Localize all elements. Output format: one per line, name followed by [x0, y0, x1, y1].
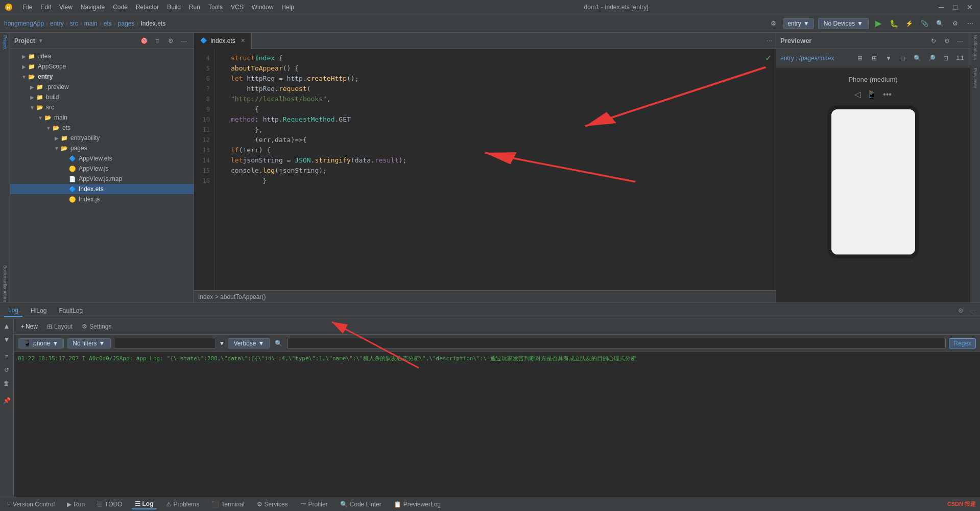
tree-item-entry[interactable]: ▼ 📂 entry	[10, 72, 194, 82]
bookmarks-icon[interactable]: Bookmarks	[1, 269, 10, 284]
menu-tools[interactable]: Tools	[205, 3, 226, 12]
project-locate-icon[interactable]: 🎯	[138, 35, 150, 47]
tree-item-appview-ets[interactable]: 🔷 AppView.ets	[10, 153, 194, 164]
csdn-logo[interactable]: CSDN·投递	[947, 500, 976, 508]
maximize-button[interactable]: □	[949, 3, 962, 12]
tree-item-ets[interactable]: ▼ 📂 ets	[10, 123, 194, 133]
tree-item-entryability[interactable]: ▶ 📁 entryability	[10, 133, 194, 143]
status-profiler[interactable]: 〜 Profiler	[297, 499, 331, 509]
phone-more-icon[interactable]: •••	[883, 90, 892, 99]
tree-item-build[interactable]: ▶ 📁 build	[10, 92, 194, 102]
menu-run[interactable]: Run	[186, 3, 203, 12]
minimize-button[interactable]: ─	[935, 3, 947, 12]
tree-item-main[interactable]: ▼ 📂 main	[10, 112, 194, 123]
tree-item-src[interactable]: ▼ 📂 src	[10, 102, 194, 112]
previewer-settings-icon[interactable]: ⚙	[941, 35, 952, 47]
status-version-control[interactable]: ⑂ Version Control	[4, 500, 58, 509]
status-run[interactable]: ▶ Run	[64, 500, 88, 509]
menu-refactor[interactable]: Refactor	[133, 3, 162, 12]
previewer-ratio-icon[interactable]: 1:1	[954, 53, 966, 64]
phone-back-icon[interactable]: ◁	[854, 89, 861, 99]
breadcrumb-part-3[interactable]: main	[84, 20, 98, 27]
project-collapse-icon[interactable]: ≡	[152, 35, 163, 47]
previewer-sidebar-label[interactable]: Previewer	[973, 68, 978, 88]
editor-tab-index-ets[interactable]: 🔷 Index.ets ✕	[194, 33, 252, 49]
search-icon[interactable]: 🔍	[934, 18, 945, 29]
previewer-zoom-out-icon[interactable]: 🔍	[912, 53, 923, 64]
tree-item-preview[interactable]: ▶ 📁 .preview	[10, 82, 194, 92]
project-icon[interactable]: Project	[1, 35, 10, 50]
breadcrumb-part-2[interactable]: src	[70, 20, 78, 27]
menu-file[interactable]: File	[19, 3, 35, 12]
previewer-layers-icon[interactable]: ⊞	[854, 53, 866, 64]
log-tab-log[interactable]: Log	[4, 305, 22, 317]
previewer-fit-icon[interactable]: ⊡	[940, 53, 951, 64]
status-terminal[interactable]: ⬛ Terminal	[208, 500, 247, 509]
breadcrumb-part-0[interactable]: hongmengApp	[4, 20, 44, 27]
attach-button[interactable]: 📎	[919, 18, 930, 29]
settings-button[interactable]: ⚙ Settings	[79, 322, 114, 331]
tree-item-idea[interactable]: ▶ 📁 .idea	[10, 51, 194, 61]
log-scroll-down-icon[interactable]: ▼	[1, 334, 12, 345]
verbose-button[interactable]: Verbose ▼	[228, 338, 270, 349]
previewer-refresh-icon[interactable]: ↻	[928, 35, 939, 47]
log-tab-faultlog[interactable]: FaultLog	[55, 305, 87, 316]
log-filter-input[interactable]	[114, 338, 216, 349]
previewer-dropdown-icon[interactable]: ▼	[883, 53, 894, 64]
log-search-input[interactable]	[287, 338, 946, 349]
code-content[interactable]: struct Index { aboutToAppear() { let htt…	[225, 49, 776, 290]
filter-dropdown-icon[interactable]: ▼	[219, 340, 225, 347]
menu-navigate[interactable]: Navigate	[78, 3, 108, 12]
menu-vcs[interactable]: VCS	[228, 3, 247, 12]
menu-window[interactable]: Window	[249, 3, 277, 12]
log-close-icon[interactable]: —	[970, 307, 976, 314]
breadcrumb-part-1[interactable]: entry	[50, 20, 64, 27]
structure-icon[interactable]: Structure	[1, 285, 10, 300]
project-dropdown-arrow[interactable]: ▼	[38, 38, 43, 43]
log-tab-hilog[interactable]: HiLog	[27, 305, 51, 316]
log-search-icon[interactable]: 🔍	[273, 338, 284, 349]
status-problems[interactable]: ⚠ Problems	[163, 500, 203, 509]
run-button[interactable]: ▶	[873, 18, 884, 29]
editor-tab-more[interactable]: ⋯	[763, 37, 776, 44]
layout-button[interactable]: ⊞ Layout	[44, 322, 76, 331]
menu-code[interactable]: Code	[110, 3, 131, 12]
log-pin-icon[interactable]: 📌	[1, 395, 12, 406]
tree-item-pages[interactable]: ▼ 📂 pages	[10, 143, 194, 153]
menu-edit[interactable]: Edit	[37, 3, 54, 12]
previewer-close-icon[interactable]: —	[954, 35, 966, 47]
tree-item-appview-map[interactable]: 📄 AppView.js.map	[10, 174, 194, 184]
log-clear-icon[interactable]: ↺	[1, 364, 12, 376]
tab-close-button[interactable]: ✕	[241, 37, 245, 44]
menu-help[interactable]: Help	[278, 3, 297, 12]
status-code-linter[interactable]: 🔍 Code Linter	[337, 500, 385, 509]
previewer-zoom-in-icon[interactable]: 🔎	[926, 53, 937, 64]
phone-device-button[interactable]: 📱 phone ▼	[18, 338, 64, 349]
new-button[interactable]: + New	[18, 322, 41, 331]
more-icon[interactable]: ⋯	[965, 18, 976, 29]
entry-dropdown[interactable]: entry ▼	[783, 18, 814, 29]
tree-item-appscope[interactable]: ▶ 📁 AppScope	[10, 61, 194, 72]
close-button[interactable]: ✕	[964, 3, 976, 12]
previewer-zoom-icon[interactable]: □	[897, 53, 909, 64]
log-wrap-icon[interactable]: ≡	[1, 351, 12, 362]
log-content[interactable]: 01-22 18:35:17.207 I A0c0d0/JSApp: app L…	[14, 352, 980, 497]
no-devices-button[interactable]: No Devices ▼	[818, 18, 869, 29]
regex-button[interactable]: Regex	[949, 338, 976, 349]
project-settings-icon[interactable]: ⚙	[165, 35, 176, 47]
project-close-icon[interactable]: —	[178, 35, 189, 47]
gear-icon[interactable]: ⚙	[949, 18, 961, 29]
menu-view[interactable]: View	[56, 3, 76, 12]
status-previewer-log[interactable]: 📋 PreviewerLog	[391, 500, 444, 509]
phone-device-icon[interactable]: 📱	[867, 89, 877, 99]
tree-item-index-js[interactable]: 🟡 Index.js	[10, 194, 194, 204]
status-log[interactable]: ☰ Log	[132, 499, 157, 509]
breadcrumb-part-4[interactable]: ets	[104, 20, 112, 27]
breadcrumb-part-5[interactable]: pages	[118, 20, 135, 27]
log-scroll-up-icon[interactable]: ▲	[1, 320, 12, 332]
debug-button[interactable]: 🐛	[888, 18, 899, 29]
breadcrumb-file[interactable]: Index.ets	[141, 20, 166, 27]
log-settings-icon[interactable]: ⚙	[958, 307, 964, 314]
tree-item-appview-js[interactable]: 🟡 AppView.js	[10, 164, 194, 174]
code-editor[interactable]: 4 5 6 7 8 9 10 11 12 13 14 15 16 struct …	[194, 49, 776, 290]
